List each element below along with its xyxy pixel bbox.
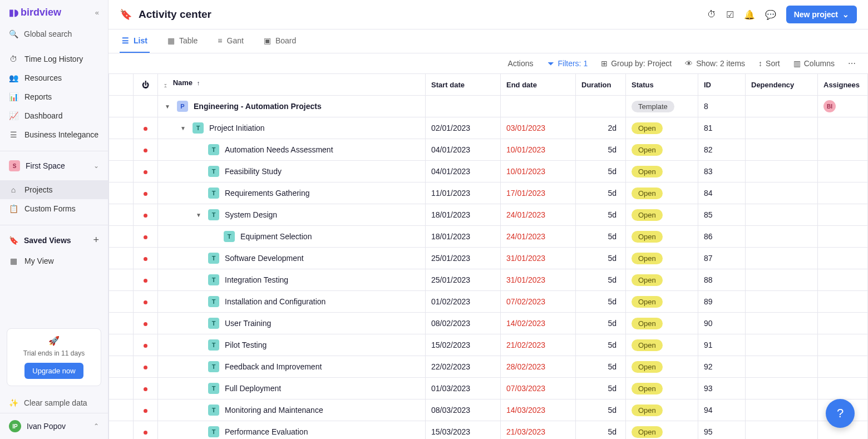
cell-status[interactable]: Open	[626, 421, 698, 440]
cell-dependency[interactable]	[746, 313, 818, 334]
cell-end-date[interactable]: 21/03/2023	[501, 421, 576, 440]
row-handle[interactable]	[109, 139, 134, 161]
cell-status[interactable]: Open	[626, 139, 698, 161]
cell-dependency[interactable]	[746, 161, 818, 182]
col-duration[interactable]: Duration	[576, 74, 626, 96]
sort-button[interactable]: ↕Sort	[758, 59, 780, 68]
cell-assignees[interactable]	[818, 161, 868, 182]
nav-custom-forms[interactable]: 📋Custom Forms	[0, 199, 108, 218]
cell-name[interactable]: TFeasibility Study	[158, 161, 426, 182]
tab-board[interactable]: ▣Board	[262, 29, 298, 53]
cell-end-date[interactable]: 07/02/2023	[501, 291, 576, 313]
filters-button[interactable]: ⏷Filters: 1	[547, 59, 588, 68]
cell-name[interactable]: TIntegration Testing	[158, 269, 426, 291]
cell-assignees[interactable]	[818, 117, 868, 139]
cell-name[interactable]: TInstallation and Configuration	[158, 291, 426, 313]
cell-assignees[interactable]: BI	[818, 96, 868, 117]
expander-icon[interactable]: ▼	[195, 212, 203, 218]
cell-status[interactable]: Open	[626, 291, 698, 313]
cell-end-date[interactable]: 14/02/2023	[501, 313, 576, 334]
cell-assignees[interactable]	[818, 291, 868, 313]
table-row[interactable]: ▼TSystem Design18/01/202324/01/20235dOpe…	[109, 204, 868, 226]
add-view-button[interactable]: +	[93, 234, 99, 246]
cell-duration[interactable]: 5d	[576, 421, 626, 440]
user-menu[interactable]: IP Ivan Popov ⌃	[0, 413, 108, 439]
cell-assignees[interactable]	[818, 334, 868, 356]
collapse-sidebar-button[interactable]: «	[95, 8, 99, 17]
cell-status[interactable]: Open	[626, 117, 698, 139]
cell-name[interactable]: TFull Deployment	[158, 378, 426, 399]
row-handle[interactable]	[109, 356, 134, 378]
cell-duration[interactable]: 5d	[576, 248, 626, 269]
cell-end-date[interactable]	[501, 96, 576, 117]
nav-dashboard[interactable]: 📈Dashboard	[0, 106, 108, 125]
table-row[interactable]: TSoftware Development25/01/202331/01/202…	[109, 248, 868, 269]
show-button[interactable]: 👁Show: 2 items	[685, 59, 745, 68]
expander-icon[interactable]: ▼	[164, 103, 171, 110]
col-id[interactable]: ID	[698, 74, 746, 96]
cell-start-date[interactable]: 04/01/2023	[426, 139, 501, 161]
cell-name[interactable]: ▼TSystem Design	[158, 204, 426, 226]
cell-dependency[interactable]	[746, 399, 818, 421]
cell-end-date[interactable]: 07/03/2023	[501, 378, 576, 399]
assignee-avatar[interactable]: BI	[823, 100, 836, 112]
table-row[interactable]: TUser Training08/02/202314/02/20235dOpen…	[109, 313, 868, 334]
expander-icon[interactable]: ▼	[179, 125, 187, 131]
cell-status[interactable]: Open	[626, 182, 698, 204]
cell-name[interactable]: TFeedback and Improvement	[158, 356, 426, 378]
cell-assignees[interactable]	[818, 139, 868, 161]
chat-icon[interactable]: 💬	[765, 9, 776, 20]
tasks-icon[interactable]: ☑	[726, 9, 734, 20]
cell-start-date[interactable]: 18/01/2023	[426, 204, 501, 226]
cell-end-date[interactable]: 24/01/2023	[501, 204, 576, 226]
cell-name[interactable]: TSoftware Development	[158, 248, 426, 269]
cell-start-date[interactable]	[426, 96, 501, 117]
row-handle[interactable]	[109, 421, 134, 440]
cell-status[interactable]: Open	[626, 313, 698, 334]
cell-end-date[interactable]: 24/01/2023	[501, 226, 576, 248]
upgrade-button[interactable]: Upgrade now	[24, 363, 83, 379]
cell-name[interactable]: TAutomation Needs Assessment	[158, 139, 426, 161]
cell-duration[interactable]: 2d	[576, 117, 626, 139]
cell-start-date[interactable]: 04/01/2023	[426, 161, 501, 182]
table-row[interactable]: ▼TProject Initiation02/01/202303/01/2023…	[109, 117, 868, 139]
clear-sample-data[interactable]: ✨ Clear sample data	[0, 393, 108, 413]
cell-duration[interactable]	[576, 96, 626, 117]
groupby-button[interactable]: ⊞Group by: Project	[601, 59, 672, 68]
table-row[interactable]: TRequirements Gathering11/01/202317/01/2…	[109, 182, 868, 204]
cell-end-date[interactable]: 17/01/2023	[501, 182, 576, 204]
nav-business-intelligence[interactable]: ☰Business Intelegance	[0, 125, 108, 144]
cell-end-date[interactable]: 28/02/2023	[501, 356, 576, 378]
cell-start-date[interactable]: 08/03/2023	[426, 399, 501, 421]
cell-duration[interactable]: 5d	[576, 204, 626, 226]
table-row[interactable]: ▼PEngineering - Automation ProjectsTempl…	[109, 96, 868, 117]
cell-assignees[interactable]	[818, 313, 868, 334]
col-dependency[interactable]: Dependency	[746, 74, 818, 96]
cell-dependency[interactable]	[746, 226, 818, 248]
cell-duration[interactable]: 5d	[576, 399, 626, 421]
cell-start-date[interactable]: 25/01/2023	[426, 269, 501, 291]
cell-duration[interactable]: 5d	[576, 226, 626, 248]
col-name[interactable]: ⌄⌃ Name ↑	[158, 74, 426, 96]
row-handle[interactable]	[109, 161, 134, 182]
row-handle[interactable]	[109, 399, 134, 421]
global-search[interactable]: 🔍 Global search	[0, 25, 108, 46]
col-status[interactable]: Status	[626, 74, 698, 96]
row-handle[interactable]	[109, 96, 134, 117]
row-handle[interactable]	[109, 248, 134, 269]
help-button[interactable]: ?	[826, 399, 855, 428]
row-handle[interactable]	[109, 313, 134, 334]
cell-start-date[interactable]: 15/03/2023	[426, 421, 501, 440]
cell-end-date[interactable]: 14/03/2023	[501, 399, 576, 421]
cell-status[interactable]: Open	[626, 269, 698, 291]
nav-resources[interactable]: 👥Resources	[0, 68, 108, 87]
table-row[interactable]: TFeedback and Improvement22/02/202328/02…	[109, 356, 868, 378]
row-handle[interactable]	[109, 269, 134, 291]
row-handle[interactable]	[109, 378, 134, 399]
row-handle[interactable]	[109, 226, 134, 248]
cell-name[interactable]: ▼PEngineering - Automation Projects	[158, 96, 426, 117]
cell-status[interactable]: Open	[626, 226, 698, 248]
cell-start-date[interactable]: 11/01/2023	[426, 182, 501, 204]
cell-dependency[interactable]	[746, 96, 818, 117]
table-row[interactable]: TFull Deployment01/03/202307/03/20235dOp…	[109, 378, 868, 399]
